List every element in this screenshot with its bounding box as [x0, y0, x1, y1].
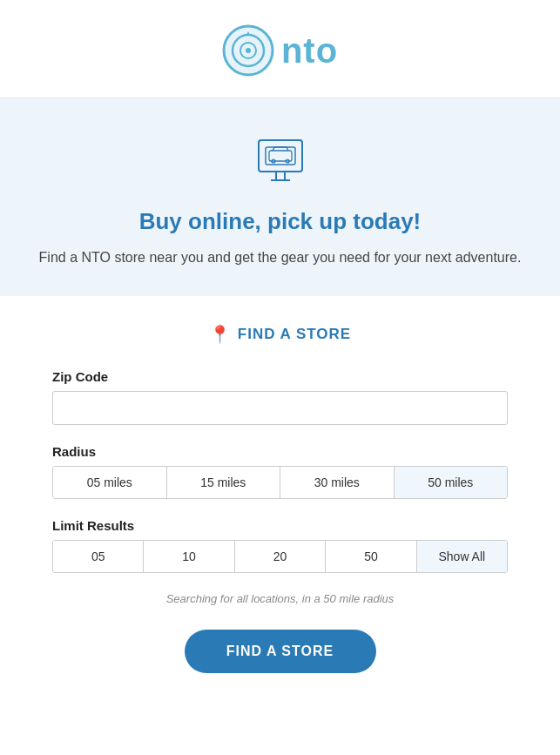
radius-option-1[interactable]: 15 miles	[167, 467, 281, 498]
hero-section: Buy online, pick up today! Find a NTO st…	[0, 98, 560, 296]
limit-option-0[interactable]: 05	[53, 541, 144, 572]
svg-point-4	[246, 48, 251, 53]
find-store-label: FIND A STORE	[238, 326, 351, 343]
limit-results-group: Limit Results 05 10 20 50 Show All	[52, 518, 508, 573]
radius-label: Radius	[52, 444, 508, 459]
search-note: Searching for all locations, in a 50 mil…	[52, 592, 508, 605]
limit-results-options: 05 10 20 50 Show All	[52, 540, 508, 573]
radius-option-3[interactable]: 50 miles	[395, 467, 508, 498]
pin-icon: 📍	[209, 324, 231, 345]
main-content: 📍 FIND A STORE Zip Code Radius 05 miles …	[0, 296, 560, 708]
svg-rect-6	[266, 147, 295, 165]
limit-option-2[interactable]: 20	[235, 541, 326, 572]
radius-group: Radius 05 miles 15 miles 30 miles 50 mil…	[52, 444, 508, 499]
find-store-button[interactable]: FIND A STORE	[185, 630, 376, 673]
store-pickup-icon	[35, 130, 525, 194]
page-header: nto	[0, 0, 560, 98]
radius-option-2[interactable]: 30 miles	[280, 467, 395, 498]
limit-results-label: Limit Results	[52, 518, 508, 533]
logo-text: nto	[281, 31, 338, 71]
radius-options: 05 miles 15 miles 30 miles 50 miles	[52, 466, 508, 499]
logo-icon	[222, 24, 274, 77]
limit-option-show-all[interactable]: Show All	[417, 541, 507, 572]
logo: nto	[222, 24, 338, 77]
hero-title: Buy online, pick up today!	[35, 208, 525, 235]
hero-description: Find a NTO store near you and get the ge…	[35, 247, 525, 268]
radius-option-0[interactable]: 05 miles	[53, 467, 167, 498]
zip-code-label: Zip Code	[52, 369, 508, 384]
zip-code-group: Zip Code	[52, 369, 508, 425]
find-store-heading: 📍 FIND A STORE	[52, 324, 508, 345]
limit-option-1[interactable]: 10	[144, 541, 234, 572]
limit-option-3[interactable]: 50	[326, 541, 416, 572]
zip-code-input[interactable]	[52, 391, 508, 425]
